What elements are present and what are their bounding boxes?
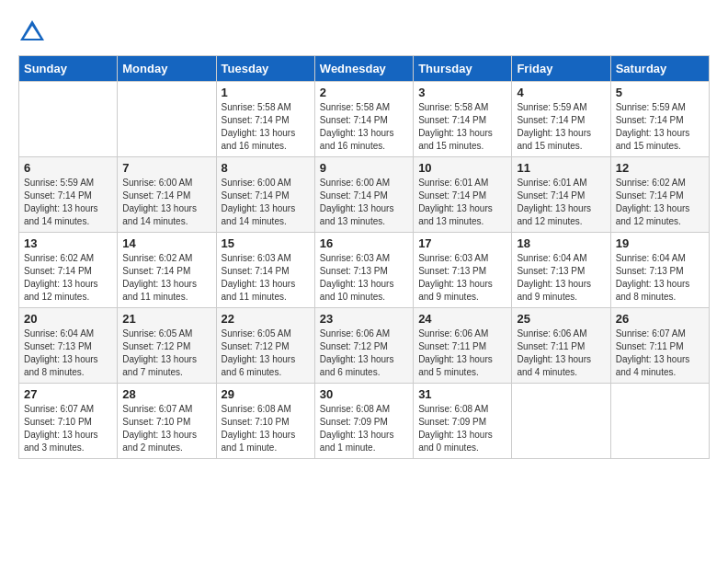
calendar-cell: 14Sunrise: 6:02 AM Sunset: 7:14 PM Dayli… [118, 233, 216, 308]
day-number: 9 [320, 161, 408, 175]
day-detail: Sunrise: 6:07 AM Sunset: 7:10 PM Dayligh… [122, 403, 210, 454]
day-number: 21 [122, 312, 210, 326]
day-number: 17 [418, 236, 506, 250]
day-detail: Sunrise: 6:08 AM Sunset: 7:10 PM Dayligh… [222, 403, 310, 454]
calendar-cell: 28Sunrise: 6:07 AM Sunset: 7:10 PM Dayli… [118, 384, 216, 459]
day-detail: Sunrise: 6:02 AM Sunset: 7:14 PM Dayligh… [24, 252, 112, 304]
day-number: 18 [517, 236, 605, 250]
day-number: 1 [222, 86, 310, 99]
day-detail: Sunrise: 6:03 AM Sunset: 7:13 PM Dayligh… [418, 252, 506, 304]
day-number: 30 [320, 387, 408, 401]
col-header-wednesday: Wednesday [314, 56, 413, 82]
day-detail: Sunrise: 6:00 AM Sunset: 7:14 PM Dayligh… [222, 177, 310, 228]
calendar-cell: 12Sunrise: 6:02 AM Sunset: 7:14 PM Dayli… [610, 157, 709, 233]
calendar-cell [512, 384, 610, 459]
calendar-cell: 15Sunrise: 6:03 AM Sunset: 7:14 PM Dayli… [216, 233, 314, 308]
col-header-sunday: Sunday [19, 56, 118, 82]
calendar-cell: 8Sunrise: 6:00 AM Sunset: 7:14 PM Daylig… [216, 157, 314, 233]
calendar-cell: 4Sunrise: 5:59 AM Sunset: 7:14 PM Daylig… [512, 82, 610, 157]
calendar-cell: 1Sunrise: 5:58 AM Sunset: 7:14 PM Daylig… [216, 82, 314, 157]
calendar-cell: 16Sunrise: 6:03 AM Sunset: 7:13 PM Dayli… [314, 233, 413, 308]
day-detail: Sunrise: 6:00 AM Sunset: 7:14 PM Dayligh… [320, 177, 408, 228]
calendar-week-row: 13Sunrise: 6:02 AM Sunset: 7:14 PM Dayli… [19, 233, 710, 308]
calendar-cell: 27Sunrise: 6:07 AM Sunset: 7:10 PM Dayli… [19, 384, 118, 459]
day-detail: Sunrise: 6:06 AM Sunset: 7:11 PM Dayligh… [418, 327, 506, 379]
col-header-saturday: Saturday [610, 56, 709, 82]
day-number: 16 [320, 236, 408, 250]
day-detail: Sunrise: 6:03 AM Sunset: 7:13 PM Dayligh… [320, 252, 408, 304]
day-detail: Sunrise: 5:58 AM Sunset: 7:14 PM Dayligh… [418, 101, 506, 153]
day-number: 25 [517, 312, 605, 326]
day-number: 23 [320, 312, 408, 326]
day-number: 7 [122, 161, 210, 175]
day-detail: Sunrise: 6:08 AM Sunset: 7:09 PM Dayligh… [320, 403, 408, 454]
logo-icon [18, 18, 46, 46]
day-detail: Sunrise: 6:06 AM Sunset: 7:12 PM Dayligh… [320, 327, 408, 379]
calendar-table: SundayMondayTuesdayWednesdayThursdayFrid… [18, 55, 710, 459]
day-number: 13 [24, 236, 112, 250]
calendar-cell: 21Sunrise: 6:05 AM Sunset: 7:12 PM Dayli… [118, 308, 216, 384]
day-detail: Sunrise: 6:04 AM Sunset: 7:13 PM Dayligh… [616, 252, 704, 304]
day-number: 12 [616, 161, 704, 175]
day-detail: Sunrise: 6:07 AM Sunset: 7:10 PM Dayligh… [24, 403, 112, 454]
col-header-thursday: Thursday [414, 56, 512, 82]
day-number: 4 [517, 86, 605, 99]
day-detail: Sunrise: 6:06 AM Sunset: 7:11 PM Dayligh… [517, 327, 605, 379]
calendar-cell: 17Sunrise: 6:03 AM Sunset: 7:13 PM Dayli… [414, 233, 512, 308]
day-number: 28 [122, 387, 210, 401]
calendar-cell: 2Sunrise: 5:58 AM Sunset: 7:14 PM Daylig… [314, 82, 413, 157]
day-detail: Sunrise: 5:59 AM Sunset: 7:14 PM Dayligh… [24, 177, 112, 228]
calendar-cell: 13Sunrise: 6:02 AM Sunset: 7:14 PM Dayli… [19, 233, 118, 308]
day-number: 27 [24, 387, 112, 401]
day-detail: Sunrise: 5:58 AM Sunset: 7:14 PM Dayligh… [222, 101, 310, 153]
calendar-week-row: 1Sunrise: 5:58 AM Sunset: 7:14 PM Daylig… [19, 82, 710, 157]
day-detail: Sunrise: 6:05 AM Sunset: 7:12 PM Dayligh… [122, 327, 210, 379]
calendar-header-row: SundayMondayTuesdayWednesdayThursdayFrid… [19, 56, 710, 82]
calendar-week-row: 27Sunrise: 6:07 AM Sunset: 7:10 PM Dayli… [19, 384, 710, 459]
calendar-week-row: 6Sunrise: 5:59 AM Sunset: 7:14 PM Daylig… [19, 157, 710, 233]
calendar-cell: 7Sunrise: 6:00 AM Sunset: 7:14 PM Daylig… [118, 157, 216, 233]
calendar-cell [118, 82, 216, 157]
logo [18, 18, 50, 46]
page-header [18, 18, 710, 46]
calendar-cell: 10Sunrise: 6:01 AM Sunset: 7:14 PM Dayli… [414, 157, 512, 233]
day-number: 11 [517, 161, 605, 175]
day-detail: Sunrise: 6:04 AM Sunset: 7:13 PM Dayligh… [24, 327, 112, 379]
day-detail: Sunrise: 6:07 AM Sunset: 7:11 PM Dayligh… [616, 327, 704, 379]
day-number: 24 [418, 312, 506, 326]
day-detail: Sunrise: 6:05 AM Sunset: 7:12 PM Dayligh… [222, 327, 310, 379]
calendar-cell: 11Sunrise: 6:01 AM Sunset: 7:14 PM Dayli… [512, 157, 610, 233]
calendar-cell: 9Sunrise: 6:00 AM Sunset: 7:14 PM Daylig… [314, 157, 413, 233]
calendar-cell: 26Sunrise: 6:07 AM Sunset: 7:11 PM Dayli… [610, 308, 709, 384]
col-header-monday: Monday [118, 56, 216, 82]
day-detail: Sunrise: 5:59 AM Sunset: 7:14 PM Dayligh… [517, 101, 605, 153]
day-detail: Sunrise: 6:04 AM Sunset: 7:13 PM Dayligh… [517, 252, 605, 304]
calendar-week-row: 20Sunrise: 6:04 AM Sunset: 7:13 PM Dayli… [19, 308, 710, 384]
calendar-cell: 23Sunrise: 6:06 AM Sunset: 7:12 PM Dayli… [314, 308, 413, 384]
day-detail: Sunrise: 6:01 AM Sunset: 7:14 PM Dayligh… [517, 177, 605, 228]
day-number: 20 [24, 312, 112, 326]
day-number: 8 [222, 161, 310, 175]
calendar-cell: 24Sunrise: 6:06 AM Sunset: 7:11 PM Dayli… [414, 308, 512, 384]
day-number: 2 [320, 86, 408, 99]
day-number: 15 [222, 236, 310, 250]
day-detail: Sunrise: 6:02 AM Sunset: 7:14 PM Dayligh… [616, 177, 704, 228]
calendar-cell [19, 82, 118, 157]
calendar-cell: 25Sunrise: 6:06 AM Sunset: 7:11 PM Dayli… [512, 308, 610, 384]
day-number: 19 [616, 236, 704, 250]
day-detail: Sunrise: 5:58 AM Sunset: 7:14 PM Dayligh… [320, 101, 408, 153]
day-detail: Sunrise: 6:03 AM Sunset: 7:14 PM Dayligh… [222, 252, 310, 304]
calendar-cell: 5Sunrise: 5:59 AM Sunset: 7:14 PM Daylig… [610, 82, 709, 157]
day-number: 31 [418, 387, 506, 401]
day-number: 5 [616, 86, 704, 99]
col-header-friday: Friday [512, 56, 610, 82]
calendar-cell: 22Sunrise: 6:05 AM Sunset: 7:12 PM Dayli… [216, 308, 314, 384]
calendar-cell: 19Sunrise: 6:04 AM Sunset: 7:13 PM Dayli… [610, 233, 709, 308]
day-detail: Sunrise: 5:59 AM Sunset: 7:14 PM Dayligh… [616, 101, 704, 153]
calendar-cell: 31Sunrise: 6:08 AM Sunset: 7:09 PM Dayli… [414, 384, 512, 459]
calendar-cell [610, 384, 709, 459]
calendar-cell: 3Sunrise: 5:58 AM Sunset: 7:14 PM Daylig… [414, 82, 512, 157]
col-header-tuesday: Tuesday [216, 56, 314, 82]
day-number: 22 [222, 312, 310, 326]
calendar-cell: 29Sunrise: 6:08 AM Sunset: 7:10 PM Dayli… [216, 384, 314, 459]
